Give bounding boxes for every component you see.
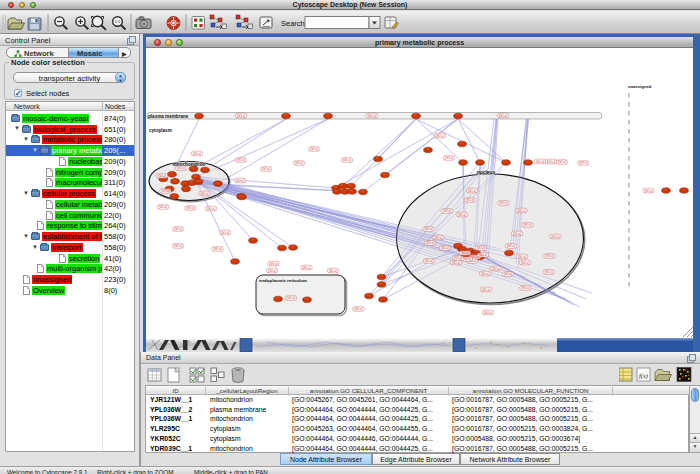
- svg-text:f(x): f(x): [639, 372, 648, 380]
- svg-text:[GO-x]: [GO-x]: [452, 261, 460, 265]
- svg-text:[GO-x]: [GO-x]: [436, 134, 444, 138]
- svg-text:[GO-x]: [GO-x]: [580, 161, 588, 165]
- svg-text:[GO-x]: [GO-x]: [558, 160, 566, 164]
- svg-text:[GO-x]: [GO-x]: [303, 266, 311, 270]
- svg-text:[GO-x]: [GO-x]: [484, 311, 492, 315]
- svg-text:1:1: 1:1: [115, 19, 121, 24]
- svg-text:[GO-x]: [GO-x]: [536, 160, 544, 164]
- svg-text:[GO-x]: [GO-x]: [425, 227, 433, 231]
- svg-text:[GO-x]: [GO-x]: [287, 296, 295, 300]
- svg-text:[GO-x]: [GO-x]: [507, 244, 515, 248]
- svg-text:[GO-x]: [GO-x]: [178, 166, 186, 170]
- svg-text:[GO-x]: [GO-x]: [262, 167, 270, 171]
- svg-text:Search:: Search:: [281, 19, 307, 28]
- svg-text:[GO-x]: [GO-x]: [504, 272, 512, 276]
- svg-text:[GO-x]: [GO-x]: [552, 235, 560, 239]
- svg-text:[GO-x]: [GO-x]: [237, 114, 245, 118]
- svg-text:[GO-x]: [GO-x]: [268, 269, 276, 273]
- svg-text:[GO-x]: [GO-x]: [500, 201, 508, 205]
- svg-text:[GO-x]: [GO-x]: [174, 227, 182, 231]
- svg-text:[GO-x]: [GO-x]: [159, 205, 167, 209]
- svg-text:[GO-x]: [GO-x]: [162, 189, 170, 193]
- svg-text:[GO-x]: [GO-x]: [454, 256, 462, 260]
- svg-text:[GO-x]: [GO-x]: [479, 253, 487, 257]
- svg-text:[GO-x]: [GO-x]: [477, 246, 485, 250]
- svg-text:[GO-x]: [GO-x]: [522, 286, 530, 290]
- svg-text:[GO-x]: [GO-x]: [546, 254, 554, 258]
- svg-text:[GO-x]: [GO-x]: [310, 147, 318, 151]
- svg-text:[GO-x]: [GO-x]: [468, 189, 476, 193]
- svg-text:[GO-x]: [GO-x]: [547, 160, 555, 164]
- svg-text:endoplasmic reticulum: endoplasmic reticulum: [259, 278, 307, 283]
- svg-text:[GO-x]: [GO-x]: [355, 307, 363, 311]
- svg-text:[GO-x]: [GO-x]: [463, 257, 471, 261]
- svg-text:[GO-x]: [GO-x]: [545, 270, 553, 274]
- svg-text:[GO-x]: [GO-x]: [207, 207, 215, 211]
- svg-text:[GO-x]: [GO-x]: [645, 189, 653, 193]
- svg-text:[GO-x]: [GO-x]: [434, 236, 442, 240]
- svg-text:[GO-x]: [GO-x]: [426, 241, 434, 245]
- svg-text:plasma membrane: plasma membrane: [148, 114, 189, 119]
- svg-text:[GO-x]: [GO-x]: [481, 272, 489, 276]
- svg-text:unassigned: unassigned: [628, 84, 652, 89]
- svg-text:[GO-x]: [GO-x]: [458, 213, 466, 217]
- svg-text:[GO-x]: [GO-x]: [236, 179, 244, 183]
- svg-text:[GO-x]: [GO-x]: [524, 223, 532, 227]
- svg-text:[GO-x]: [GO-x]: [329, 269, 337, 273]
- svg-text:[GO-x]: [GO-x]: [499, 114, 507, 118]
- svg-text:[GO-x]: [GO-x]: [518, 209, 526, 213]
- svg-text:cytoplasm: cytoplasm: [149, 128, 172, 133]
- svg-text:[GO-x]: [GO-x]: [521, 261, 529, 265]
- svg-text:[GO-x]: [GO-x]: [445, 156, 453, 160]
- svg-text:[GO-x]: [GO-x]: [492, 267, 500, 271]
- svg-text:[GO-x]: [GO-x]: [174, 244, 182, 248]
- svg-text:[GO-x]: [GO-x]: [187, 206, 195, 210]
- svg-text:[GO-x]: [GO-x]: [158, 174, 166, 178]
- svg-text:[GO-x]: [GO-x]: [343, 158, 351, 162]
- svg-text:[GO-x]: [GO-x]: [193, 152, 201, 156]
- svg-text:[GO-x]: [GO-x]: [441, 246, 449, 250]
- svg-text:[GO-x]: [GO-x]: [443, 209, 451, 213]
- svg-text:[GO-x]: [GO-x]: [461, 251, 469, 255]
- svg-text:[GO-x]: [GO-x]: [482, 288, 490, 292]
- svg-text:[GO-x]: [GO-x]: [466, 198, 474, 202]
- svg-text:[GO-x]: [GO-x]: [368, 114, 376, 118]
- svg-text:[GO-x]: [GO-x]: [295, 161, 303, 165]
- svg-text:[GO-x]: [GO-x]: [513, 232, 521, 236]
- svg-text:[GO-x]: [GO-x]: [425, 259, 433, 263]
- svg-text:nucleus: nucleus: [477, 170, 495, 175]
- svg-text:[GO-x]: [GO-x]: [270, 262, 278, 266]
- svg-text:[GO-x]: [GO-x]: [518, 255, 526, 259]
- svg-text:[GO-x]: [GO-x]: [214, 247, 222, 251]
- svg-text:[GO-x]: [GO-x]: [237, 158, 245, 162]
- svg-text:[GO-x]: [GO-x]: [201, 192, 209, 196]
- svg-text:[GO-x]: [GO-x]: [221, 231, 229, 235]
